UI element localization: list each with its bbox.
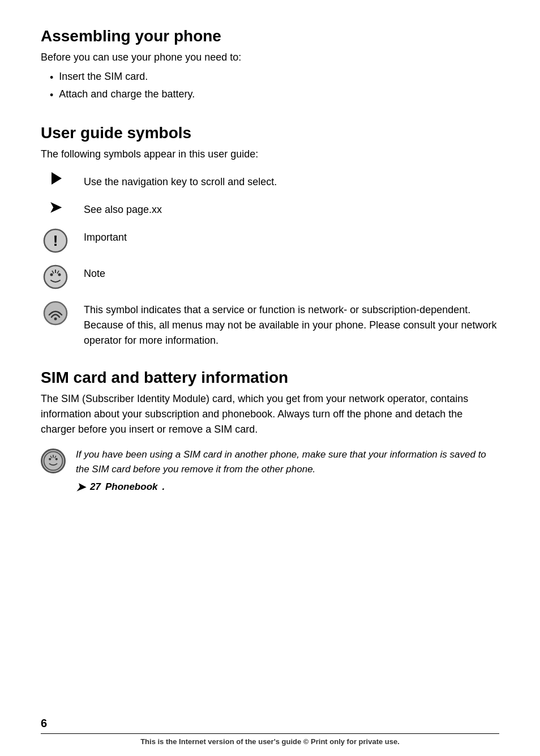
sim-note-callout: If you have been using a SIM card in ano… [41,447,499,494]
note-icon [41,264,70,290]
sim-intro: The SIM (Subscriber Identity Module) car… [41,391,499,437]
symbol-row-important: ! Important [41,228,499,254]
sim-note-icon [41,449,66,473]
symbol-row-note: Note [41,264,499,290]
sim-section: SIM card and battery information The SIM… [41,369,499,494]
assembling-title: Assembling your phone [41,27,499,45]
bullet-battery: • Attach and charge the battery. [50,86,499,104]
symbol-row-navigation: Use the navigation key to scroll and sel… [41,172,499,190]
sim-note-content: If you have been using a SIM card in ano… [76,447,499,494]
note-svg [42,264,68,290]
symbols-section: User guide symbols The following symbols… [41,124,499,348]
bullet-sim-text: Insert the SIM card. [59,69,148,85]
phonebook-period: . [162,481,165,493]
bullet-dot-1: • [50,70,53,86]
assembling-bullets: • Insert the SIM card. • Attach and char… [50,69,499,104]
svg-point-10 [44,451,62,470]
page-number: 6 [41,717,499,730]
phonebook-ref: ➤ 27 Phonebook. [76,480,499,494]
footer-divider [41,733,499,734]
symbol-row-network: This symbol indicates that a service or … [41,300,499,348]
phonebook-arrow-icon: ➤ [76,480,85,494]
triangle-icon [52,172,62,185]
see-also-icon: ➤ [41,200,70,215]
important-icon: ! [41,228,70,254]
footer-copyright: This is the Internet version of the user… [41,737,499,746]
see-also-text: See also page.xx [84,200,162,217]
network-icon [41,300,70,326]
svg-text:!: ! [53,232,58,249]
svg-point-2 [44,266,67,288]
note-text: Note [84,264,105,281]
symbols-title: User guide symbols [41,124,499,142]
network-svg [42,300,68,326]
svg-point-9 [54,317,57,320]
sim-title: SIM card and battery information [41,369,499,387]
page-container: Assembling your phone Before you can use… [0,0,540,559]
navigation-text: Use the navigation key to scroll and sel… [84,172,277,190]
symbols-intro: The following symbols appear in this use… [41,147,499,162]
assembling-section: Assembling your phone Before you can use… [41,27,499,104]
svg-point-11 [49,458,51,460]
svg-point-4 [58,273,61,276]
svg-point-8 [44,302,67,324]
phonebook-ref-text: Phonebook [105,481,158,493]
symbol-row-seealso: ➤ See also page.xx [41,200,499,217]
important-text: Important [84,228,127,245]
important-svg: ! [42,228,68,254]
bullet-battery-text: Attach and charge the battery. [59,86,195,102]
network-text: This symbol indicates that a service or … [84,300,499,348]
sim-note-text: If you have been using a SIM card in ano… [76,447,499,477]
arrow-icon: ➤ [49,200,62,215]
svg-point-3 [50,273,53,276]
sim-note-svg [42,450,64,472]
page-footer: 6 This is the Internet version of the us… [0,710,540,756]
phonebook-ref-page: 27 [90,481,101,493]
assembling-intro: Before you can use your phone you need t… [41,50,499,65]
bullet-sim: • Insert the SIM card. [50,69,499,86]
navigation-icon [41,172,70,185]
svg-point-12 [55,458,58,460]
bullet-dot-2: • [50,87,53,104]
